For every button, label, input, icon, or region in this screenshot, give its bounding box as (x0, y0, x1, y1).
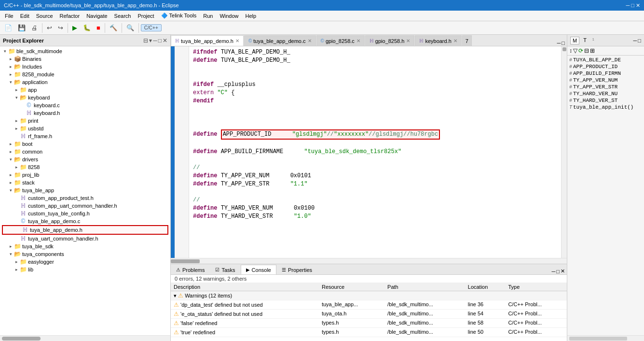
outline-item-1[interactable]: # TUYA_BLE_APP_DE (568, 57, 643, 63)
warning-expand-icon[interactable]: ▾ (174, 293, 178, 298)
tree-app[interactable]: ▸ 📁 app (0, 86, 170, 94)
right-sort-btn[interactable]: ↕ (569, 47, 572, 54)
tree-custom-uart-h[interactable]: ℍ custom_app_uart_common_handler.h (0, 202, 170, 210)
tab-problems[interactable]: ⚠ Problems (171, 265, 210, 274)
tree-uart-handler-h[interactable]: ℍ tuya_uart_common_handler.h (0, 235, 170, 242)
bottom-maximize-btn[interactable]: □ (556, 269, 560, 274)
menu-telink[interactable]: 🔷 Telink Tools (158, 12, 200, 20)
right-hscroll-thumb[interactable] (569, 337, 627, 341)
outline-item-2[interactable]: # APP_PRODUCT_ID (568, 63, 643, 70)
code-editor[interactable]: #ifndef TUYA_BLE_APP_DEMO_H_ #define TUY… (189, 46, 561, 258)
explorer-maximize-btn[interactable]: □ (158, 37, 162, 44)
tree-tuya-ble-app[interactable]: ▾ 📂 tuya_ble_app (0, 186, 170, 194)
tab-more-button[interactable]: 7 (462, 35, 472, 46)
editor-minimize-btn[interactable]: ─ (557, 40, 561, 46)
debug-button[interactable]: 🐛 (81, 23, 93, 33)
menu-file[interactable]: File (2, 12, 16, 20)
tree-rf-frame-h[interactable]: ℍ rf_frame.h (0, 132, 170, 140)
tree-drivers[interactable]: ▾ 📂 drivers (0, 156, 170, 163)
problem-row-3[interactable]: ⚠ 'false' redefined types.h /ble_sdk_mul… (171, 319, 567, 328)
close-button[interactable]: ✕ (636, 2, 640, 8)
maximize-button[interactable]: □ (631, 2, 634, 8)
tree-proj-lib[interactable]: ▸ 📁 proj_lib (0, 171, 170, 179)
tab-gpio-h[interactable]: ℍ gpio_8258.h ✕ (365, 35, 415, 46)
tab-close-keyboard-h[interactable]: ✕ (453, 38, 457, 43)
tree-custom-product-h[interactable]: ℍ custom_app_product_test.h (0, 194, 170, 202)
build-button[interactable]: 🔨 (107, 23, 120, 33)
explorer-close-btn[interactable]: ✕ (163, 37, 167, 44)
save-button[interactable]: 💾 (15, 23, 28, 33)
explorer-menu-btn[interactable]: ▾ (149, 37, 152, 44)
editor-hscrollbar[interactable] (171, 258, 567, 264)
explorer-collapse-btn[interactable]: ⊟ (143, 37, 148, 44)
outline-item-3[interactable]: # APP_BUILD_FIRMN (568, 70, 643, 77)
right-filter-btn[interactable]: ▽ (573, 47, 577, 54)
bottom-close-btn[interactable]: ✕ (561, 268, 565, 274)
editor-vscroll-thumb[interactable] (562, 47, 566, 51)
search-tb-button[interactable]: 🔍 (124, 23, 137, 33)
right-collapse-btn[interactable]: ⊟ (584, 47, 589, 54)
editor-vscrollbar[interactable] (561, 46, 567, 258)
menu-refactor[interactable]: Refactor (57, 12, 83, 20)
minimize-button[interactable]: ─ (626, 2, 630, 8)
right-expand-btn[interactable]: ⊞ (590, 47, 595, 54)
menu-edit[interactable]: Edit (17, 12, 32, 20)
menu-source[interactable]: Source (33, 12, 56, 20)
tree-application[interactable]: ▾ 📂 application (0, 78, 170, 86)
tree-usbstd[interactable]: ▸ 📁 usbstd (0, 125, 170, 132)
perspective-cpp[interactable]: C/C++ (141, 24, 162, 31)
right-maximize-btn[interactable]: □ (638, 38, 641, 43)
problem-row-4[interactable]: ⚠ 'true' redefined types.h /ble_sdk_mult… (171, 328, 567, 337)
redo-button[interactable]: ↪ (55, 23, 66, 33)
tree-tuya-ble-sdk[interactable]: ▸ 📁 tuya_ble_sdk (0, 242, 170, 250)
editor-area[interactable]: #ifndef TUYA_BLE_APP_DEMO_H_ #define TUY… (171, 46, 567, 258)
problem-row-2[interactable]: ⚠ 'e_ota_status' defined but not used tu… (171, 310, 567, 319)
menu-window[interactable]: Window (217, 12, 241, 20)
tab-demo-c[interactable]: © tuya_ble_app_demo.c ✕ (244, 35, 316, 46)
tree-demo-c[interactable]: © tuya_ble_app_demo.c (0, 217, 170, 225)
tree-root[interactable]: ▾ 📁 ble_sdk_multimode (0, 47, 170, 55)
tab-console[interactable]: ▶ Console (241, 265, 276, 274)
menu-navigate[interactable]: Navigate (83, 12, 110, 20)
tab-tasks[interactable]: ☑ Tasks (210, 265, 240, 274)
tab-close-gpio-h[interactable]: ✕ (406, 38, 410, 43)
tree-8258[interactable]: ▸ 📁 8258 (0, 163, 170, 171)
tab-demo-h[interactable]: ℍ tuya_ble_app_demo.h ✕ (171, 35, 244, 46)
editor-maximize-btn[interactable]: □ (562, 40, 565, 46)
tree-boot[interactable]: ▸ 📁 boot (0, 140, 170, 148)
tree-keyboard-h[interactable]: ℍ keyboard.h (0, 109, 170, 117)
tree-print[interactable]: ▸ 📁 print (0, 117, 170, 125)
tree-common[interactable]: ▸ 📁 common (0, 148, 170, 156)
tree-easylogger[interactable]: ▸ 📁 easylogger (0, 258, 170, 266)
tree-custom-config-h[interactable]: ℍ custom_tuya_ble_config.h (0, 210, 170, 217)
tab-gpio-c[interactable]: © gpio_8258.c ✕ (316, 35, 365, 46)
menu-project[interactable]: Project (135, 12, 157, 20)
explorer-minimize-btn[interactable]: ─ (153, 37, 157, 44)
tab-properties[interactable]: ☰ Properties (276, 265, 317, 274)
tree-stack[interactable]: ▸ 📁 stack (0, 179, 170, 186)
tree-keyboard-c[interactable]: © keyboard.c (0, 101, 170, 109)
right-tab-t[interactable]: T (581, 37, 589, 44)
problem-row-1[interactable]: ⚠ 'dp_data_test' defined but not used tu… (171, 300, 567, 310)
right-tab-m[interactable]: M (570, 37, 579, 44)
stop-button[interactable]: ■ (94, 23, 103, 33)
tab-keyboard-h[interactable]: ℍ keyboard.h ✕ (415, 35, 461, 46)
left-scrollbar-thumb[interactable] (2, 337, 41, 341)
tree-demo-h[interactable]: ℍ tuya_ble_app_demo.h (2, 225, 168, 235)
menu-search[interactable]: Search (111, 12, 134, 20)
tree-8258-module[interactable]: ▸ 📁 8258_module (0, 71, 170, 78)
right-sync-btn[interactable]: ⟳ (578, 47, 583, 54)
outline-item-8[interactable]: T tuya_ble_app_init() (568, 104, 643, 111)
outline-item-5[interactable]: # TY_APP_VER_STR (568, 84, 643, 90)
outline-item-7[interactable]: # TY_HARD_VER_ST (568, 97, 643, 104)
editor-hscroll-thumb[interactable] (171, 259, 200, 263)
outline-item-4[interactable]: # TY_APP_VER_NUM (568, 77, 643, 84)
right-hscrollbar[interactable] (567, 335, 644, 341)
menu-help[interactable]: Help (243, 12, 260, 20)
tree-lib[interactable]: ▸ 📁 lib (0, 266, 170, 273)
bottom-minimize-btn[interactable]: ─ (552, 269, 556, 274)
tree-includes[interactable]: ▸ 📂 Includes (0, 63, 170, 71)
new-button[interactable]: 📄 (2, 23, 14, 33)
tree-binaries[interactable]: ▸ 📦 Binaries (0, 55, 170, 63)
tree-tuya-components[interactable]: ▾ 📂 tuya_components (0, 250, 170, 258)
